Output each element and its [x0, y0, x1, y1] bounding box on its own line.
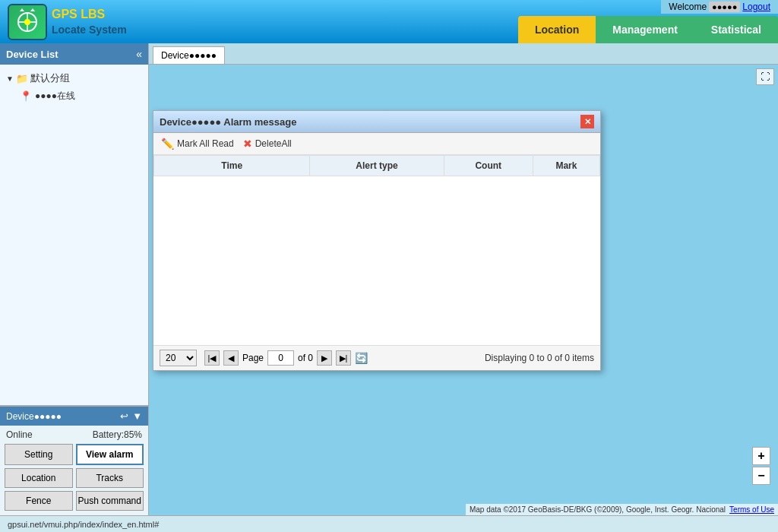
device-tree-icon: 📍 [20, 90, 32, 102]
tree-group-item[interactable]: ▼ 📁 默认分组 [3, 69, 145, 87]
url-text: gpsui.net/vmui.php/index/index_en.html# [8, 520, 159, 529]
bottom-bar: gpsui.net/vmui.php/index/index_en.html# [0, 515, 778, 532]
device-buttons-row1: Setting View alarm [0, 444, 148, 468]
alarm-dialog-title: Device●●●●● Alarm message [160, 116, 296, 128]
delete-icon: ✖ [243, 138, 252, 150]
logo-line2: Locate System [52, 23, 127, 36]
page-size-select[interactable]: 20 50 100 [160, 350, 197, 366]
pencil-icon: ✏️ [161, 138, 174, 150]
logout-link[interactable]: Logout [742, 2, 770, 12]
svg-marker-4 [20, 8, 24, 11]
col-time: Time [154, 156, 310, 176]
tree-expand-arrow: ▼ [6, 74, 14, 83]
device-tree: ▼ 📁 默认分组 📍 ●●●●在线 [0, 65, 148, 109]
map-terms-link[interactable]: Terms of Use [729, 505, 774, 514]
welcome-text: Welcome [669, 2, 707, 12]
fullscreen-button[interactable]: ⛶ [756, 68, 774, 85]
device-buttons-row2: Location Tracks [0, 468, 148, 491]
alarm-toolbar: ✏️ Mark All Read ✖ DeleteAll [153, 133, 600, 155]
mark-all-read-button[interactable]: ✏️ Mark All Read [161, 138, 234, 150]
page-prev-button[interactable]: ◀ [223, 350, 239, 366]
logo-text: GPS LBS Locate System [52, 7, 127, 36]
map-area: ⛶ Map data ©2017 GeoBasis-DE/BKG (©2009)… [149, 65, 778, 515]
device-panel: Device●●●●● ↩ ▼ Online Battery:85% Setti… [0, 405, 148, 515]
location-button[interactable]: Location [5, 468, 73, 488]
device-panel-back-icon[interactable]: ↩ [120, 410, 128, 422]
view-alarm-button[interactable]: View alarm [76, 444, 144, 465]
fence-button[interactable]: Fence [5, 491, 73, 511]
sidebar-title: Device List [6, 49, 59, 60]
page-last-button[interactable]: ▶| [336, 350, 351, 366]
device-battery-status: Battery:85% [93, 429, 142, 440]
logo-line1: GPS LBS [52, 7, 127, 23]
device-panel-actions: ↩ ▼ [120, 410, 142, 422]
logo-area: GPS LBS Locate System [0, 0, 134, 44]
push-command-button[interactable]: Push command [76, 491, 144, 511]
page-next-button[interactable]: ▶ [317, 350, 332, 366]
alarm-pagination: 20 50 100 |◀ ◀ Page of 0 ▶ ▶| 🔄 Displayi… [153, 345, 600, 370]
svg-point-3 [24, 19, 30, 25]
col-count: Count [444, 156, 533, 176]
zoom-controls: + − [752, 447, 770, 485]
map-copyright-bar: Map data ©2017 GeoBasis-DE/BKG (©2009), … [466, 504, 778, 515]
col-mark: Mark [533, 156, 599, 176]
tree-group-label: 默认分组 [30, 71, 70, 85]
main-area: Device●●●●● 🔧 ⛶ Map data ©2017 GeoBasis-… [149, 43, 778, 515]
alarm-dialog: Device●●●●● Alarm message ✕ ✏️ Mark All … [153, 110, 601, 371]
nav-buttons: Location Management Statistical [518, 16, 778, 43]
device-online-status: Online [6, 429, 33, 440]
of-label: of 0 [298, 353, 313, 363]
pagination-left: 20 50 100 |◀ ◀ Page of 0 ▶ ▶| 🔄 [160, 350, 368, 366]
alarm-dialog-header: Device●●●●● Alarm message ✕ [153, 111, 600, 133]
tree-device-item[interactable]: 📍 ●●●●在线 [3, 87, 145, 105]
sidebar-collapse-icon[interactable]: « [136, 48, 142, 60]
sidebar-header: Device List « [0, 43, 148, 65]
displaying-text: Displaying 0 to 0 of 0 items [485, 353, 594, 363]
location-nav-button[interactable]: Location [518, 16, 596, 43]
device-status-row: Online Battery:85% [0, 426, 148, 444]
alarm-table: Time Alert type Count Mark [153, 155, 600, 176]
tab-bar: Device●●●●● 🔧 [149, 43, 778, 65]
zoom-out-button[interactable]: − [752, 467, 770, 485]
sidebar: Device List « ▼ 📁 默认分组 📍 ●●●●在线 Device●●… [0, 43, 149, 515]
device-panel-expand-icon[interactable]: ▼ [132, 410, 142, 422]
gps-logo-svg [14, 8, 41, 36]
setting-button[interactable]: Setting [5, 444, 73, 465]
page-first-button[interactable]: |◀ [204, 350, 220, 366]
page-label: Page [242, 353, 264, 363]
col-alert-type: Alert type [310, 156, 444, 176]
username-text: ●●●●● [709, 2, 740, 12]
delete-all-label: DeleteAll [255, 138, 292, 149]
device-buttons-row3: Fence Push command [0, 491, 148, 515]
device-panel-header: Device●●●●● ↩ ▼ [0, 407, 148, 426]
svg-marker-5 [30, 8, 35, 11]
tree-folder-icon: 📁 [16, 73, 28, 84]
delete-all-button[interactable]: ✖ DeleteAll [243, 138, 292, 150]
alarm-table-container: Time Alert type Count Mark [153, 155, 600, 345]
alarm-dialog-close-button[interactable]: ✕ [580, 115, 594, 128]
tracks-button[interactable]: Tracks [76, 468, 144, 488]
statistical-nav-button[interactable]: Statistical [694, 16, 778, 43]
refresh-button[interactable]: 🔄 [355, 352, 368, 364]
zoom-in-button[interactable]: + [752, 447, 770, 465]
device-panel-title: Device●●●●● [6, 411, 62, 422]
page-input[interactable] [267, 350, 294, 366]
logo-icon [8, 4, 47, 40]
active-tab-label: Device●●●●● [161, 50, 217, 61]
device-name-label: ●●●●在线 [35, 90, 75, 103]
mark-all-read-label: Mark All Read [177, 138, 234, 149]
management-nav-button[interactable]: Management [596, 16, 694, 43]
active-tab[interactable]: Device●●●●● [153, 46, 225, 64]
map-copyright-text: Map data ©2017 GeoBasis-DE/BKG (©2009), … [470, 505, 726, 514]
welcome-bar: Welcome ●●●●● Logout [661, 0, 778, 14]
